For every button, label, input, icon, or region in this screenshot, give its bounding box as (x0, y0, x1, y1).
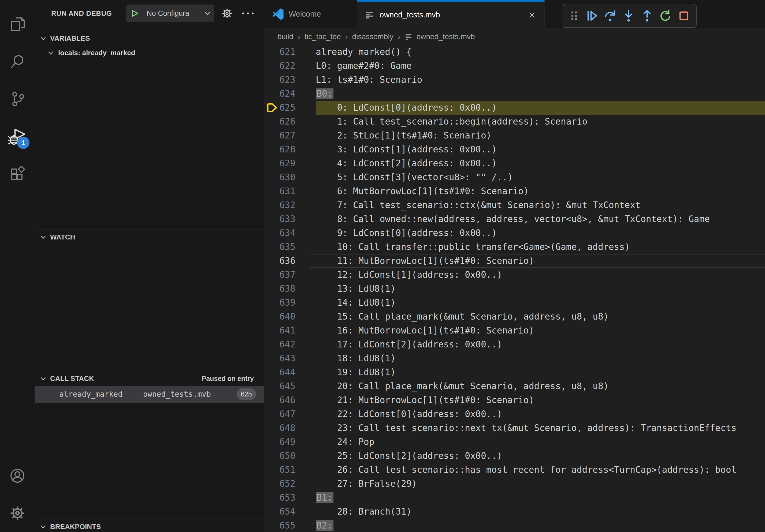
code-text-643[interactable]: 18: LdU8(1) (316, 352, 395, 366)
explorer-icon[interactable] (0, 5, 35, 43)
code-text-624[interactable]: B0: (316, 87, 334, 101)
search-icon[interactable] (0, 43, 35, 80)
gutter-631[interactable]: 631 (264, 184, 316, 198)
code-text-655[interactable]: B2: (316, 519, 334, 532)
gutter-646[interactable]: 646 (264, 393, 316, 407)
chevron-down-icon[interactable] (204, 10, 214, 17)
gutter-651[interactable]: 651 (264, 463, 316, 477)
variables-header[interactable]: VARIABLES (35, 31, 264, 46)
watch-header[interactable]: WATCH (35, 230, 264, 244)
stack-frame-row[interactable]: already_marked owned_tests.mvb 625 (35, 386, 264, 402)
gutter-636[interactable]: 636 (264, 254, 316, 268)
code-text-637[interactable]: 12: LdConst[1](address: 0x00..) (316, 268, 502, 282)
code-text-645[interactable]: 20: Call place_mark(&mut Scenario, addre… (316, 379, 609, 393)
code-text-649[interactable]: 24: Pop (316, 435, 375, 449)
gutter-652[interactable]: 652 (264, 477, 316, 491)
gutter-637[interactable]: 637 (264, 268, 316, 282)
gutter-627[interactable]: 627 (264, 129, 316, 142)
code-text-644[interactable]: 19: LdU8(1) (316, 366, 395, 379)
code-text-622[interactable]: L0: game#2#0: Game (316, 59, 412, 73)
gutter-626[interactable]: 626 (264, 115, 316, 129)
code-text-630[interactable]: 5: LdConst[3](vector<u8>: "" /..) (316, 170, 513, 184)
code-text-642[interactable]: 17: LdConst[2](address: 0x00..) (316, 338, 502, 352)
code-text-626[interactable]: 1: Call test_scenario::begin(address): S… (316, 115, 587, 129)
stop-button[interactable] (677, 9, 690, 22)
continue-button[interactable] (585, 9, 598, 22)
code-text-652[interactable]: 27: BrFalse(29) (316, 477, 417, 491)
gutter-648[interactable]: 648 (264, 421, 316, 435)
gutter-625[interactable]: 625 (264, 101, 316, 115)
settings-gear-icon[interactable] (0, 494, 35, 532)
breadcrumb-item[interactable]: build (278, 32, 293, 41)
gutter-638[interactable]: 638 (264, 282, 316, 296)
gutter-640[interactable]: 640 (264, 310, 316, 324)
breadcrumb-item[interactable]: disassembly (352, 32, 393, 41)
code-text-650[interactable]: 25: LdConst[2](address: 0x00..) (316, 449, 502, 463)
gutter-655[interactable]: 655 (264, 519, 316, 532)
gutter-644[interactable]: 644 (264, 366, 316, 379)
gutter-623[interactable]: 623 (264, 73, 316, 87)
code-text-629[interactable]: 4: LdConst[2](address: 0x00..) (316, 156, 497, 170)
gutter-633[interactable]: 633 (264, 212, 316, 226)
code-text-647[interactable]: 22: LdConst[0](address: 0x00..) (316, 407, 502, 421)
call-stack-header[interactable]: CALL STACK Paused on entry (35, 371, 264, 386)
gutter-645[interactable]: 645 (264, 379, 316, 393)
code-text-631[interactable]: 6: MutBorrowLoc[1](ts#1#0: Scenario) (316, 184, 529, 198)
code-text-627[interactable]: 2: StLoc[1](ts#1#0: Scenario) (316, 129, 491, 142)
breadcrumb-file[interactable]: owned_tests.mvb (405, 32, 475, 41)
gutter-641[interactable]: 641 (264, 324, 316, 338)
step-into-button[interactable] (622, 9, 635, 22)
code-text-654[interactable]: 28: Branch(31) (316, 505, 412, 519)
code-text-648[interactable]: 23: Call test_scenario::next_tx(&mut Sce… (316, 421, 737, 435)
code-text-634[interactable]: 9: LdConst[0](address: 0x00..) (316, 226, 497, 240)
gutter-629[interactable]: 629 (264, 156, 316, 170)
code-text-646[interactable]: 21: MutBorrowLoc[1](ts#1#0: Scenario) (316, 393, 534, 407)
debug-settings-gear-icon[interactable] (221, 7, 234, 20)
code-text-632[interactable]: 7: Call test_scenario::ctx(&mut Scenario… (316, 198, 641, 212)
code-text-635[interactable]: 10: Call transfer::public_transfer<Game>… (316, 240, 630, 254)
breadcrumb-item[interactable]: tic_tac_toe (305, 32, 341, 41)
code-text-636[interactable]: 11: MutBorrowLoc[1](ts#1#0: Scenario) (316, 254, 534, 268)
gutter-653[interactable]: 653 (264, 491, 316, 505)
gutter-621[interactable]: 621 (264, 45, 316, 59)
breakpoints-header[interactable]: BREAKPOINTS (35, 519, 264, 532)
gutter-654[interactable]: 654 (264, 505, 316, 519)
code-text-641[interactable]: 16: MutBorrowLoc[1](ts#1#0: Scenario) (316, 324, 534, 338)
gutter-643[interactable]: 643 (264, 352, 316, 366)
gutter-642[interactable]: 642 (264, 338, 316, 352)
tab-welcome[interactable]: Welcome (264, 0, 357, 28)
gutter-639[interactable]: 639 (264, 296, 316, 310)
gutter-634[interactable]: 634 (264, 226, 316, 240)
gutter-650[interactable]: 650 (264, 449, 316, 463)
code-text-638[interactable]: 13: LdU8(1) (316, 282, 395, 296)
step-out-button[interactable] (641, 9, 653, 22)
gutter-628[interactable]: 628 (264, 142, 316, 156)
code-text-633[interactable]: 8: Call owned::new(address, address, vec… (316, 212, 710, 226)
gutter-635[interactable]: 635 (264, 240, 316, 254)
source-control-icon[interactable] (0, 80, 35, 118)
code-text-640[interactable]: 15: Call place_mark(&mut Scenario, addre… (316, 310, 609, 324)
tab-owned-tests[interactable]: owned_tests.mvb (357, 0, 545, 28)
config-dropdown[interactable]: No Configura (143, 9, 204, 18)
code-text-639[interactable]: 14: LdU8(1) (316, 296, 395, 310)
gutter-624[interactable]: 624 (264, 87, 316, 101)
run-and-debug-icon[interactable]: 1 (0, 118, 35, 155)
code-text-623[interactable]: L1: ts#1#0: Scenario (316, 73, 422, 87)
start-debug-button[interactable] (126, 5, 143, 22)
code-text-653[interactable]: B1: (316, 491, 334, 505)
gutter-649[interactable]: 649 (264, 435, 316, 449)
restart-button[interactable] (659, 9, 672, 22)
gutter-647[interactable]: 647 (264, 407, 316, 421)
code-text-628[interactable]: 3: LdConst[1](address: 0x00..) (316, 142, 497, 156)
more-actions-icon[interactable] (241, 10, 255, 17)
gutter-630[interactable]: 630 (264, 170, 316, 184)
gutter-632[interactable]: 632 (264, 198, 316, 212)
account-icon[interactable] (0, 457, 35, 494)
step-over-button[interactable] (604, 9, 616, 22)
code-text-651[interactable]: 26: Call test_scenario::has_most_recent_… (316, 463, 737, 477)
gutter-622[interactable]: 622 (264, 59, 316, 73)
variables-scope-row[interactable]: locals: already_marked (35, 46, 264, 60)
code-text-625[interactable]: 0: LdConst[0](address: 0x00..) (316, 101, 497, 115)
code-text-621[interactable]: already_marked() { (316, 45, 412, 59)
close-icon[interactable] (528, 11, 536, 19)
